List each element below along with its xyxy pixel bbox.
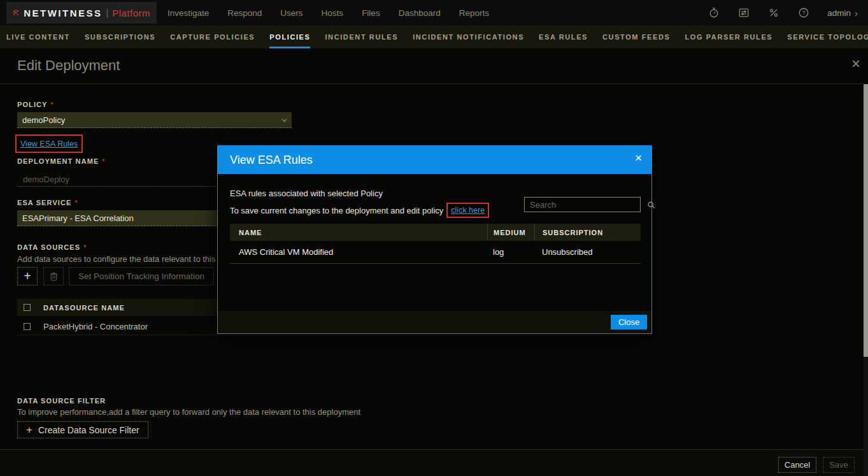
- view-esa-rules-modal: View ESA Rules × ESA rules associated wi…: [217, 145, 652, 334]
- modal-description-line2: To save current changes to the deploymen…: [230, 203, 489, 218]
- tab-incident-notifications[interactable]: INCIDENT NOTIFICATIONS: [413, 25, 524, 48]
- required-marker: *: [83, 244, 87, 251]
- view-esa-rules-link[interactable]: View ESA Rules: [20, 140, 78, 148]
- column-header-name: NAME: [230, 229, 487, 236]
- tab-incident-rules[interactable]: INCIDENT RULES: [325, 25, 398, 48]
- menu-dashboard[interactable]: Dashboard: [399, 8, 441, 18]
- tab-policies[interactable]: POLICIES: [269, 25, 310, 48]
- modal-header: View ESA Rules ×: [218, 146, 651, 174]
- policy-select-value: demoPolicy: [22, 115, 65, 125]
- esa-rules-table: NAME MEDIUM SUBSCRIPTION AWS Critical VM…: [230, 224, 641, 264]
- tab-capture-policies[interactable]: CAPTURE POLICIES: [170, 25, 255, 48]
- chevron-right-icon: ›: [855, 8, 858, 18]
- rule-medium-cell: log: [487, 241, 534, 263]
- topbar-right-controls: ? admin ›: [708, 0, 858, 25]
- page-title: Edit Deployment: [17, 57, 120, 74]
- column-header-medium: MEDIUM: [487, 224, 534, 241]
- menu-hosts[interactable]: Hosts: [322, 8, 344, 18]
- column-header-subscription: SUBSCRIPTION: [534, 224, 640, 241]
- menu-respond[interactable]: Respond: [227, 8, 262, 18]
- top-navigation-bar: NETWITNESS | Platform Investigate Respon…: [0, 0, 868, 25]
- rule-subscription-cell: Unsubscribed: [534, 241, 640, 263]
- save-button[interactable]: Save: [823, 457, 855, 473]
- select-all-checkbox[interactable]: [24, 304, 31, 311]
- modal-footer: Close: [218, 311, 651, 333]
- vertical-scrollbar-track[interactable]: [864, 84, 868, 476]
- brand-name: NETWITNESS: [24, 8, 102, 18]
- tab-custom-feeds[interactable]: CUSTOM FEEDS: [602, 25, 670, 48]
- secondary-navigation-bar: LIVE CONTENT SUBSCRIPTIONS CAPTURE POLIC…: [0, 25, 868, 48]
- required-marker: *: [51, 101, 54, 108]
- set-position-tracking-button[interactable]: Set Position Tracking Information: [69, 267, 214, 285]
- plus-icon: +: [26, 424, 32, 436]
- required-marker: *: [75, 199, 78, 206]
- policy-label: POLICY*: [17, 101, 54, 108]
- menu-users[interactable]: Users: [280, 8, 302, 18]
- row-checkbox[interactable]: [24, 323, 31, 330]
- menu-reports[interactable]: Reports: [459, 8, 489, 18]
- esa-rules-table-header: NAME MEDIUM SUBSCRIPTION: [230, 224, 641, 241]
- user-name: admin: [827, 8, 851, 18]
- delete-data-source-button[interactable]: [43, 267, 64, 285]
- page-footer: Cancel Save: [0, 449, 868, 476]
- tab-live-content[interactable]: LIVE CONTENT: [6, 25, 70, 48]
- netwitness-logo-icon: [13, 6, 19, 20]
- netwitness-brand[interactable]: NETWITNESS | Platform: [6, 2, 157, 24]
- data-source-filter-description: To improve performance,add a filter quer…: [17, 407, 360, 417]
- primary-menu: Investigate Respond Users Hosts Files Da…: [167, 0, 489, 25]
- modal-search: [524, 197, 641, 212]
- menu-investigate[interactable]: Investigate: [167, 8, 209, 18]
- modal-title: View ESA Rules: [230, 154, 313, 167]
- create-data-source-filter-button[interactable]: + Create Data Source Filter: [17, 421, 148, 438]
- plus-icon: +: [24, 269, 31, 284]
- data-source-filter-label: DATA SOURCE FILTER: [17, 397, 106, 405]
- search-input[interactable]: [525, 200, 647, 210]
- svg-text:?: ?: [802, 10, 806, 16]
- click-here-annotation-box: click here: [446, 203, 489, 218]
- netwitness-platform-window: NETWITNESS | Platform Investigate Respon…: [0, 0, 868, 476]
- tab-service-topology[interactable]: SERVICE TOPOLOGY: [787, 25, 868, 48]
- jobs-icon[interactable]: [737, 6, 750, 19]
- cancel-button[interactable]: Cancel: [778, 457, 816, 473]
- search-icon: [647, 201, 655, 209]
- tab-log-parser-rules[interactable]: LOG PARSER RULES: [685, 25, 772, 48]
- help-icon[interactable]: ?: [797, 6, 810, 19]
- esa-rule-row[interactable]: AWS Critical VM Modified log Unsubscribe…: [230, 241, 641, 264]
- modal-close-button[interactable]: Close: [611, 315, 647, 329]
- deployment-name-value: demoDeploy: [23, 175, 69, 184]
- modal-close-icon[interactable]: ×: [635, 152, 642, 164]
- datasource-name-column-header: DATASOURCE NAME: [43, 304, 125, 312]
- title-divider: [0, 83, 864, 84]
- esa-service-label: ESA SERVICE*: [17, 199, 78, 206]
- esa-service-value: ESAPrimary - ESA Correlation: [22, 213, 134, 223]
- click-here-link[interactable]: click here: [451, 206, 485, 215]
- policy-select[interactable]: demoPolicy: [17, 112, 292, 128]
- vertical-scrollbar-thumb[interactable]: [864, 84, 868, 357]
- trash-icon: [50, 271, 58, 281]
- brand-product: Platform: [112, 8, 150, 18]
- tab-subscriptions[interactable]: SUBSCRIPTIONS: [85, 25, 155, 48]
- tools-icon[interactable]: [767, 6, 780, 19]
- data-sources-label: DATA SOURCES*: [17, 243, 87, 251]
- menu-files[interactable]: Files: [362, 8, 380, 18]
- user-menu[interactable]: admin ›: [827, 8, 858, 18]
- chevron-down-icon: [281, 119, 287, 122]
- modal-description-line1: ESA rules associated with selected Polic…: [230, 189, 383, 198]
- view-esa-rules-annotation-box: View ESA Rules: [15, 134, 83, 153]
- datasource-name-cell: PacketHybrid - Concentrator: [43, 322, 148, 331]
- brand-divider: |: [106, 8, 109, 18]
- rule-name-cell: AWS Critical VM Modified: [230, 247, 487, 257]
- timer-icon[interactable]: [708, 6, 720, 19]
- page-close-icon[interactable]: ×: [851, 56, 860, 71]
- tab-esa-rules[interactable]: ESA RULES: [539, 25, 588, 48]
- required-marker: *: [102, 158, 105, 165]
- add-data-source-button[interactable]: +: [17, 267, 38, 285]
- deployment-name-label: DEPLOYMENT NAME*: [17, 157, 105, 165]
